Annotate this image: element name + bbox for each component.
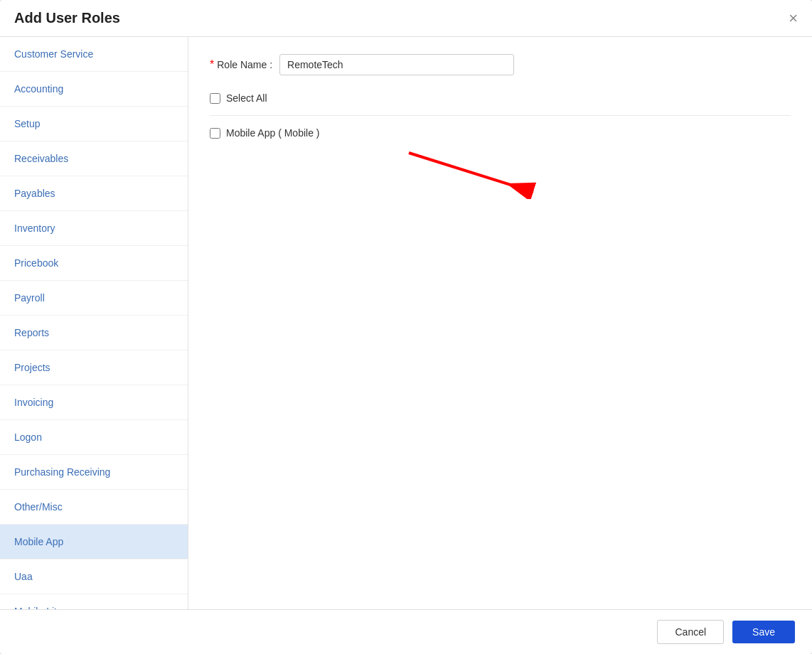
permission-checkbox-mobile-app-mobile[interactable] xyxy=(210,128,220,139)
select-all-row: Select All xyxy=(210,92,791,116)
select-all-checkbox[interactable] xyxy=(210,93,220,104)
arrow-annotation xyxy=(395,142,537,199)
close-button[interactable]: × xyxy=(789,11,798,26)
sidebar-item-payroll[interactable]: Payroll xyxy=(0,281,188,316)
sidebar-item-mobile-lite[interactable]: Mobile Lite xyxy=(0,594,188,609)
sidebar-item-pricebook[interactable]: Pricebook xyxy=(0,246,188,281)
permission-row-mobile-app-mobile: Mobile App ( Mobile ) xyxy=(210,127,791,139)
cancel-button[interactable]: Cancel xyxy=(657,620,724,644)
sidebar-item-invoicing[interactable]: Invoicing xyxy=(0,385,188,420)
select-all-label[interactable]: Select All xyxy=(226,92,267,104)
sidebar-item-uaa[interactable]: Uaa xyxy=(0,559,188,594)
modal-header: Add User Roles × xyxy=(0,0,812,37)
required-star: * xyxy=(210,58,214,71)
sidebar-item-mobile-app[interactable]: Mobile App xyxy=(0,525,188,559)
svg-line-1 xyxy=(409,153,533,192)
modal-body: Customer ServiceAccountingSetupReceivabl… xyxy=(0,37,812,609)
add-user-roles-modal: Add User Roles × Customer ServiceAccount… xyxy=(0,0,812,654)
permission-label-mobile-app-mobile[interactable]: Mobile App ( Mobile ) xyxy=(226,127,320,139)
sidebar-item-setup[interactable]: Setup xyxy=(0,107,188,141)
sidebar-item-purchasing-receiving[interactable]: Purchasing Receiving xyxy=(0,455,188,490)
role-name-row: * Role Name : xyxy=(210,54,791,75)
sidebar-item-accounting[interactable]: Accounting xyxy=(0,72,188,107)
sidebar: Customer ServiceAccountingSetupReceivabl… xyxy=(0,37,188,609)
sidebar-item-projects[interactable]: Projects xyxy=(0,350,188,385)
role-name-input[interactable] xyxy=(279,54,514,75)
permissions-container: Mobile App ( Mobile ) xyxy=(210,127,791,139)
content-area: * Role Name : Select All Mobile App ( Mo… xyxy=(188,37,812,609)
sidebar-item-customer-service[interactable]: Customer Service xyxy=(0,37,188,72)
sidebar-wrapper: Customer ServiceAccountingSetupReceivabl… xyxy=(0,37,188,609)
sidebar-item-logon[interactable]: Logon xyxy=(0,420,188,455)
sidebar-item-payables[interactable]: Payables xyxy=(0,176,188,211)
modal-title: Add User Roles xyxy=(14,10,120,26)
role-name-label: Role Name : xyxy=(217,59,272,70)
sidebar-item-reports[interactable]: Reports xyxy=(0,316,188,350)
modal-footer: Cancel Save xyxy=(0,609,812,654)
save-button[interactable]: Save xyxy=(732,621,795,643)
sidebar-item-inventory[interactable]: Inventory xyxy=(0,211,188,246)
sidebar-item-receivables[interactable]: Receivables xyxy=(0,141,188,176)
sidebar-item-other-misc[interactable]: Other/Misc xyxy=(0,490,188,525)
